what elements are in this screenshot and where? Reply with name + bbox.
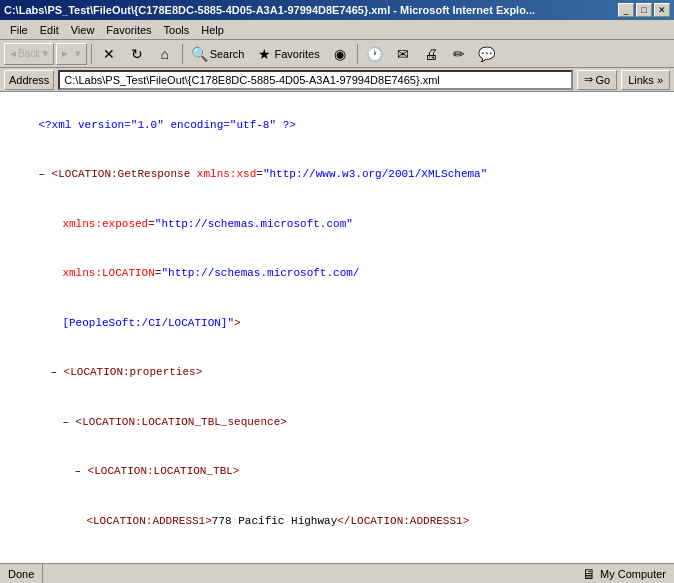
favorites-button[interactable]: ★ Favorites <box>251 43 324 65</box>
stop-button[interactable]: ✕ <box>96 43 122 65</box>
xml-line-getresponse: – <LOCATION:GetResponse xmlns:xsd="http:… <box>12 150 662 200</box>
computer-icon: 🖥 <box>582 566 596 582</box>
print-icon: 🖨 <box>423 46 439 62</box>
refresh-button[interactable]: ↻ <box>124 43 150 65</box>
stop-icon: ✕ <box>101 46 117 62</box>
address-label: Address <box>4 70 54 90</box>
menu-bar: File Edit View Favorites Tools Help <box>0 20 674 40</box>
xml-line-address2: <LOCATION:ADDRESS2>Here is a second addr… <box>12 546 662 564</box>
toolbar-separator-2 <box>182 44 183 64</box>
media-icon: ◉ <box>332 46 348 62</box>
menu-tools[interactable]: Tools <box>158 22 196 38</box>
window-controls: _ □ ✕ <box>618 3 670 17</box>
toolbar: ◄ Back ▼ ► ▼ ✕ ↻ ⌂ 🔍 Search ★ Favorites … <box>0 40 674 68</box>
maximize-button[interactable]: □ <box>636 3 652 17</box>
mail-icon: ✉ <box>395 46 411 62</box>
discuss-button[interactable]: 💬 <box>474 43 500 65</box>
search-icon: 🔍 <box>192 46 208 62</box>
search-button[interactable]: 🔍 Search <box>187 43 250 65</box>
xml-declaration: <?xml version="1.0" encoding="utf-8" ?> <box>12 100 662 150</box>
menu-help[interactable]: Help <box>195 22 230 38</box>
xml-line-properties: – <LOCATION:properties> <box>12 348 662 398</box>
mail-button[interactable]: ✉ <box>390 43 416 65</box>
discuss-icon: 💬 <box>479 46 495 62</box>
forward-button[interactable]: ► ▼ <box>56 43 87 65</box>
go-arrow-icon: ⇒ <box>584 73 593 86</box>
refresh-icon: ↻ <box>129 46 145 62</box>
minimize-button[interactable]: _ <box>618 3 634 17</box>
favorites-icon: ★ <box>256 46 272 62</box>
xml-line-xmlns-location1: xmlns:LOCATION="http://schemas.microsoft… <box>12 249 662 299</box>
status-bar: Done 🖥 My Computer <box>0 563 674 583</box>
menu-file[interactable]: File <box>4 22 34 38</box>
home-icon: ⌂ <box>157 46 173 62</box>
edit-button[interactable]: ✏ <box>446 43 472 65</box>
home-button[interactable]: ⌂ <box>152 43 178 65</box>
title-bar-text: C:\Labs\PS_Test\FileOut\{C178E8DC-5885-4… <box>4 4 535 16</box>
xml-content-area[interactable]: <?xml version="1.0" encoding="utf-8" ?> … <box>0 92 674 563</box>
title-bar: C:\Labs\PS_Test\FileOut\{C178E8DC-5885-4… <box>0 0 674 20</box>
links-button[interactable]: Links » <box>621 70 670 90</box>
print-button[interactable]: 🖨 <box>418 43 444 65</box>
close-button[interactable]: ✕ <box>654 3 670 17</box>
status-computer: 🖥 My Computer <box>574 564 674 583</box>
edit-icon: ✏ <box>451 46 467 62</box>
menu-favorites[interactable]: Favorites <box>100 22 157 38</box>
go-button[interactable]: ⇒ Go <box>577 70 617 90</box>
history-icon: 🕐 <box>367 46 383 62</box>
xml-line-address1: <LOCATION:ADDRESS1>778 Pacific Highway</… <box>12 496 662 546</box>
menu-edit[interactable]: Edit <box>34 22 65 38</box>
status-done: Done <box>0 564 43 583</box>
xml-line-tbl-sequence: – <LOCATION:LOCATION_TBL_sequence> <box>12 397 662 447</box>
menu-view[interactable]: View <box>65 22 101 38</box>
toolbar-separator-3 <box>357 44 358 64</box>
xml-line-xmlns-location2: [PeopleSoft:/CI/LOCATION]"> <box>12 298 662 348</box>
address-input[interactable] <box>58 70 573 90</box>
toolbar-separator-1 <box>91 44 92 64</box>
back-button[interactable]: ◄ Back ▼ <box>4 43 54 65</box>
xml-line-tbl: – <LOCATION:LOCATION_TBL> <box>12 447 662 497</box>
address-bar: Address ⇒ Go Links » <box>0 68 674 92</box>
media-button[interactable]: ◉ <box>327 43 353 65</box>
xml-line-xmlns-exposed: xmlns:exposed="http://schemas.microsoft.… <box>12 199 662 249</box>
history-button[interactable]: 🕐 <box>362 43 388 65</box>
